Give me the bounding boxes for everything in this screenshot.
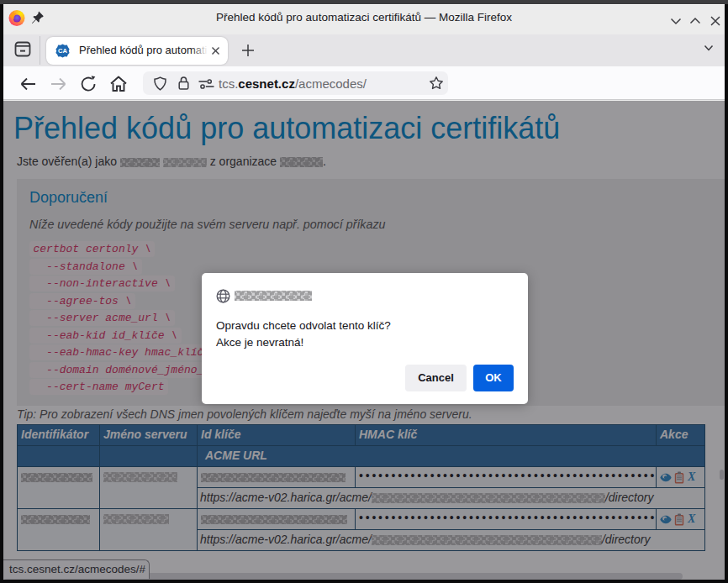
svg-text:CA: CA	[58, 47, 67, 55]
